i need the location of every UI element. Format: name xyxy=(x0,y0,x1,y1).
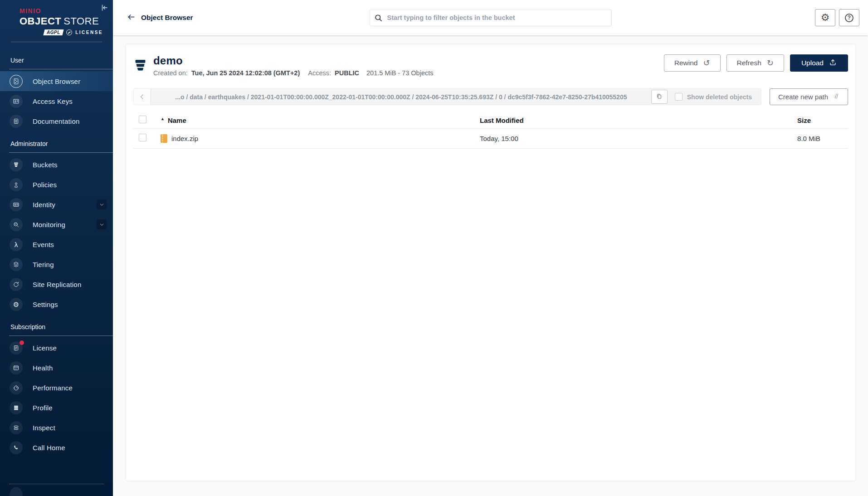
row-checkbox[interactable] xyxy=(139,134,146,141)
sidebar-item-site-replication[interactable]: Site Replication xyxy=(0,274,113,294)
object-size: 8.0 MiB xyxy=(797,135,848,142)
sidebar-item-label: Object Browser xyxy=(33,78,80,85)
product-wordmark: OBJECTSTORE xyxy=(20,15,104,27)
sidebar-item-label: Settings xyxy=(33,301,58,308)
column-name[interactable]: ▲ Name xyxy=(154,117,480,124)
bucket-icon xyxy=(134,57,147,73)
upload-icon xyxy=(829,58,837,68)
sidebar-item-label: Policies xyxy=(33,181,57,189)
path-icon xyxy=(832,92,839,101)
sidebar-item-label: Call Home xyxy=(33,444,65,452)
sidebar-item-performance[interactable]: Performance xyxy=(0,378,113,398)
sidebar-item-documentation[interactable]: Documentation xyxy=(0,111,113,131)
question-icon: ? xyxy=(845,14,853,22)
show-deleted-toggle[interactable]: Show deleted objects xyxy=(675,93,752,101)
created-label: Created on: xyxy=(153,69,188,77)
sidebar-item-buckets[interactable]: Buckets xyxy=(0,155,113,175)
license-icon xyxy=(10,341,23,355)
search-input[interactable] xyxy=(370,10,612,26)
sidebar-item-tiering[interactable]: Tiering xyxy=(0,254,113,274)
sidebar-item-label: Events xyxy=(33,241,54,248)
sidebar-item-label: Monitoring xyxy=(33,221,65,229)
back-nav[interactable]: Object Browser xyxy=(127,13,193,23)
select-all-checkbox[interactable] xyxy=(139,116,146,123)
column-last-modified[interactable]: Last Modified xyxy=(480,117,797,124)
agpl-v3-icon xyxy=(66,29,72,35)
sidebar-item-profile[interactable]: Profile xyxy=(0,398,113,418)
performance-icon xyxy=(10,381,23,394)
sidebar: MINIO OBJECTSTORE AGPL LICENSE UserObjec… xyxy=(0,0,113,496)
documentation-icon xyxy=(10,115,23,128)
path-back-button[interactable] xyxy=(134,89,151,105)
column-size[interactable]: Size xyxy=(797,117,848,124)
collapse-sidebar-icon[interactable] xyxy=(100,4,109,13)
divider xyxy=(9,336,113,336)
gear-icon: ⚙ xyxy=(821,13,830,23)
settings-icon: ⚙ xyxy=(10,298,23,311)
sidebar-item-monitoring[interactable]: Monitoring xyxy=(0,214,113,234)
rewind-icon: ↺ xyxy=(703,59,710,67)
divider xyxy=(9,484,104,484)
show-deleted-checkbox[interactable] xyxy=(675,93,683,101)
zip-file-icon xyxy=(161,134,167,143)
created-value: Tue, Jun 25 2024 12:02:08 (GMT+2) xyxy=(191,69,300,77)
access-value: PUBLIC xyxy=(335,69,359,77)
breadcrumb: ...o / data / earthquakes / 2021-01-01T0… xyxy=(133,88,761,105)
copy-path-button[interactable] xyxy=(651,90,668,104)
bucket-usage: 201.5 MiB - 73 Objects xyxy=(366,69,434,77)
chevron-down-icon[interactable] xyxy=(97,219,107,229)
sidebar-item-label: License xyxy=(33,344,57,352)
help-button[interactable]: ? xyxy=(839,9,859,26)
sidebar-item-partial-icon xyxy=(10,487,23,496)
sidebar-item-health[interactable]: Health xyxy=(0,358,113,378)
notification-dot xyxy=(20,340,24,345)
sidebar-item-inspect[interactable]: Inspect xyxy=(0,418,113,438)
tiering-icon xyxy=(10,258,23,271)
sidebar-nav: UserObject BrowserAccess KeysDocumentati… xyxy=(0,42,113,484)
sidebar-item-object-browser[interactable]: Object Browser xyxy=(0,71,113,91)
table-row[interactable]: index.zipToday, 15:008.0 MiB xyxy=(133,129,848,149)
back-arrow-icon[interactable] xyxy=(127,13,136,23)
sidebar-item-label: Tiering xyxy=(33,261,54,268)
create-new-path-button[interactable]: Create new path xyxy=(770,88,848,105)
breadcrumb-path[interactable]: ...o / data / earthquakes / 2021-01-01T0… xyxy=(151,93,651,101)
table-header: ▲ Name Last Modified Size xyxy=(133,112,848,129)
path-row: ...o / data / earthquakes / 2021-01-01T0… xyxy=(133,88,848,105)
search-bar xyxy=(370,10,612,26)
settings-button[interactable]: ⚙ xyxy=(815,9,835,26)
object-last-modified: Today, 15:00 xyxy=(480,135,797,142)
refresh-button[interactable]: Refresh↻ xyxy=(727,54,784,72)
table-body: index.zipToday, 15:008.0 MiB xyxy=(133,129,848,149)
sidebar-item-identity[interactable]: Identity xyxy=(0,195,113,214)
sidebar-item-policies[interactable]: Policies xyxy=(0,175,113,195)
sidebar-item-events[interactable]: λEvents xyxy=(0,234,113,254)
profile-icon xyxy=(10,401,23,414)
upload-button[interactable]: Upload xyxy=(790,54,848,72)
monitoring-icon xyxy=(10,218,23,231)
sidebar-item-call-home[interactable]: Call Home xyxy=(0,438,113,457)
sidebar-item-settings[interactable]: ⚙Settings xyxy=(0,294,113,314)
identity-icon xyxy=(10,198,23,211)
sidebar-item-license[interactable]: License xyxy=(0,338,113,358)
sidebar-item-label: Access Keys xyxy=(33,97,73,105)
chevron-down-icon[interactable] xyxy=(97,199,107,209)
bucket-header: demo Created on: Tue, Jun 25 2024 12:02:… xyxy=(133,54,848,77)
rewind-button[interactable]: Rewind↺ xyxy=(664,54,721,72)
objects-table: ▲ Name Last Modified Size index.zipToday… xyxy=(133,112,848,149)
call-home-icon xyxy=(10,441,23,454)
minio-wordmark: MINIO xyxy=(20,7,104,15)
events-icon: λ xyxy=(10,238,23,251)
sidebar-item-label: Inspect xyxy=(33,424,55,432)
page-title: Object Browser xyxy=(141,14,193,22)
main-area: Object Browser ⚙ ? demo Created on: Tue,… xyxy=(113,0,868,496)
bucket-card: demo Created on: Tue, Jun 25 2024 12:02:… xyxy=(126,44,855,481)
site-replication-icon xyxy=(10,278,23,291)
refresh-icon: ↻ xyxy=(767,59,774,67)
search-icon xyxy=(374,14,383,22)
sort-asc-icon: ▲ xyxy=(161,117,165,121)
sidebar-item-access-keys[interactable]: Access Keys xyxy=(0,91,113,111)
object-name[interactable]: index.zip xyxy=(171,135,198,142)
access-label: Access: xyxy=(308,69,331,77)
sidebar-item-label: Health xyxy=(33,364,53,372)
bucket-meta: demo Created on: Tue, Jun 25 2024 12:02:… xyxy=(153,54,434,77)
